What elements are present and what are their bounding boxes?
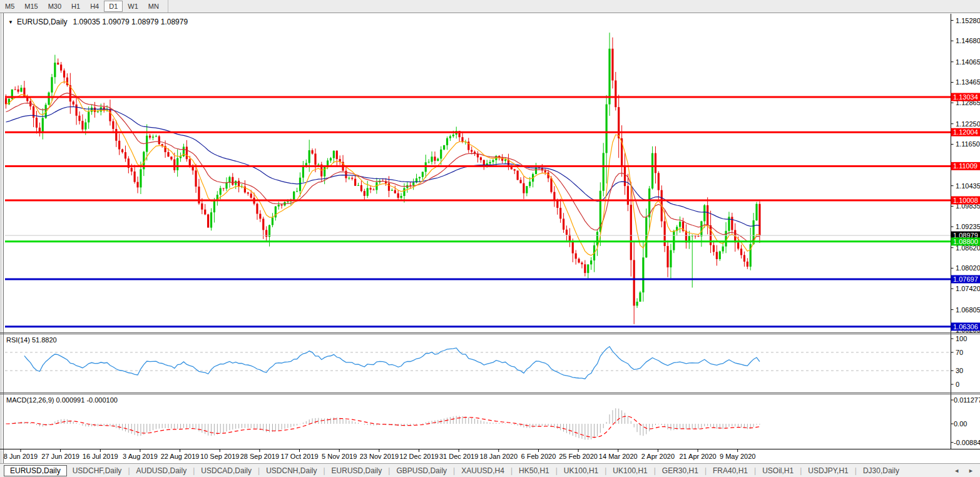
timeframe-button-m15[interactable]: M15: [19, 1, 43, 12]
candle-body: [587, 264, 589, 273]
candle-body: [287, 202, 288, 202]
tab-item-eurusd-daily[interactable]: EURUSD,Daily: [326, 466, 388, 476]
tab-scroll-left-icon[interactable]: ◄: [954, 468, 959, 474]
chart-canvas[interactable]: 1.152801.146801.140651.134651.128651.122…: [0, 13, 980, 463]
price-tick-label: 1.14065: [956, 58, 980, 66]
candle-body: [256, 203, 258, 213]
candle-body: [336, 151, 338, 159]
price-level-label: 1.12004: [953, 128, 978, 136]
price-tick-label: 1.11650: [956, 140, 980, 148]
rsi-tick-label: 30: [956, 367, 963, 374]
window-left-margin: [0, 13, 3, 463]
candle-body: [88, 112, 89, 123]
symbol-tabbar: EURUSD,DailyUSDCHF,Daily|AUDUSD,Daily|US…: [0, 463, 980, 477]
candle-body: [596, 232, 598, 245]
candle-body: [636, 302, 638, 305]
candle-body: [437, 158, 439, 160]
candle-body: [434, 156, 436, 161]
candle-body: [272, 217, 273, 225]
candle-body: [397, 193, 399, 198]
timeframe-button-m5[interactable]: M5: [0, 1, 19, 12]
candle-body: [302, 167, 304, 178]
tab-item-hk50-h1[interactable]: HK50,H1: [513, 466, 555, 476]
candle-body: [367, 188, 369, 195]
tab-item-gbpusd-daily[interactable]: GBPUSD,Daily: [390, 466, 452, 476]
candle-body: [5, 98, 7, 105]
candle-body: [268, 225, 270, 237]
symbol-dropdown-icon[interactable]: ▼: [8, 19, 13, 25]
candle-body: [443, 145, 445, 150]
macd-tick-label: -0.008845: [954, 439, 980, 446]
timeframe-button-mn[interactable]: MN: [143, 1, 164, 12]
timeframe-button-h1[interactable]: H1: [66, 1, 85, 12]
tab-item-usdcad-daily[interactable]: USDCAD,Daily: [195, 466, 257, 476]
date-tick-label: 8 Jun 2019: [4, 453, 38, 460]
candle-body: [651, 153, 653, 188]
candle-body: [428, 162, 430, 162]
candle-body: [670, 250, 671, 268]
candle-body: [707, 205, 708, 225]
timeframe-button-h4[interactable]: H4: [85, 1, 104, 12]
candle-body: [36, 118, 38, 128]
candle-body: [550, 178, 552, 192]
tab-item-usdcnh-daily[interactable]: USDCNH,Daily: [260, 466, 322, 476]
tab-item-dj30-daily[interactable]: DJ30,Daily: [857, 466, 905, 476]
candle-body: [572, 242, 574, 254]
candle-body: [747, 262, 748, 267]
candle-body: [134, 172, 136, 182]
candle-body: [247, 192, 249, 193]
candle-body: [666, 246, 668, 267]
tab-item-uk100-h1[interactable]: UK100,H1: [558, 466, 604, 476]
candle-body: [57, 63, 59, 64]
candle-body: [618, 107, 620, 138]
candle-body: [235, 181, 237, 185]
tab-item-uk100-h1[interactable]: UK100,H1: [607, 466, 653, 476]
timeframe-button-d1[interactable]: D1: [104, 1, 123, 12]
candle-body: [731, 217, 733, 230]
candle-body: [611, 49, 613, 81]
candle-body: [115, 129, 117, 141]
candle-body: [314, 153, 316, 165]
candle-body: [449, 136, 451, 138]
tab-item-usdchf-daily[interactable]: USDCHF,Daily: [67, 466, 128, 476]
timeframe-button-m30[interactable]: M30: [43, 1, 66, 12]
candle-body: [624, 166, 626, 186]
candle-body: [312, 150, 314, 153]
candle-body: [149, 136, 151, 138]
tab-item-audusd-daily[interactable]: AUDUSD,Daily: [131, 466, 193, 476]
timeframe-button-w1[interactable]: W1: [123, 1, 143, 12]
tab-scroll-right-icon[interactable]: ►: [968, 468, 974, 474]
candle-body: [412, 183, 414, 185]
candle-body: [514, 169, 516, 170]
candle-body: [703, 205, 705, 222]
candle-body: [722, 247, 724, 252]
candle-body: [578, 259, 579, 262]
chart-symbol-label: EURUSD,Daily: [17, 18, 68, 26]
tab-item-usoil-h1[interactable]: USOil,H1: [757, 466, 799, 476]
rsi-tick-label: 0: [956, 381, 959, 388]
candle-body: [189, 159, 191, 165]
candle-body: [278, 205, 280, 207]
candle-body: [697, 236, 699, 237]
candle-body: [158, 136, 160, 145]
tab-item-fra40-h1[interactable]: FRA40,H1: [707, 466, 753, 476]
candle-body: [125, 152, 126, 158]
candle-body: [692, 235, 693, 236]
date-tick-label: 27 Jun 2019: [41, 453, 79, 460]
candle-body: [170, 156, 172, 159]
candle-body: [299, 178, 301, 191]
candle-body: [140, 169, 141, 187]
tab-item-xauusd-h4[interactable]: XAUUSD,H4: [456, 466, 510, 476]
tab-item-ger30-h1[interactable]: GER30,H1: [656, 466, 704, 476]
candle-body: [627, 186, 629, 205]
price-level-label: 1.11009: [953, 162, 977, 170]
candle-body: [740, 249, 742, 255]
price-tick-label: 1.15280: [956, 17, 980, 24]
candle-body: [293, 192, 295, 200]
candle-body: [526, 186, 528, 193]
candle-body: [452, 135, 454, 136]
tab-item-eurusd-daily[interactable]: EURUSD,Daily: [4, 465, 67, 476]
tab-item-usdjpy-h1[interactable]: USDJPY,H1: [802, 466, 854, 476]
price-tick-label: 1.06805: [956, 306, 980, 314]
candle-body: [60, 64, 62, 70]
